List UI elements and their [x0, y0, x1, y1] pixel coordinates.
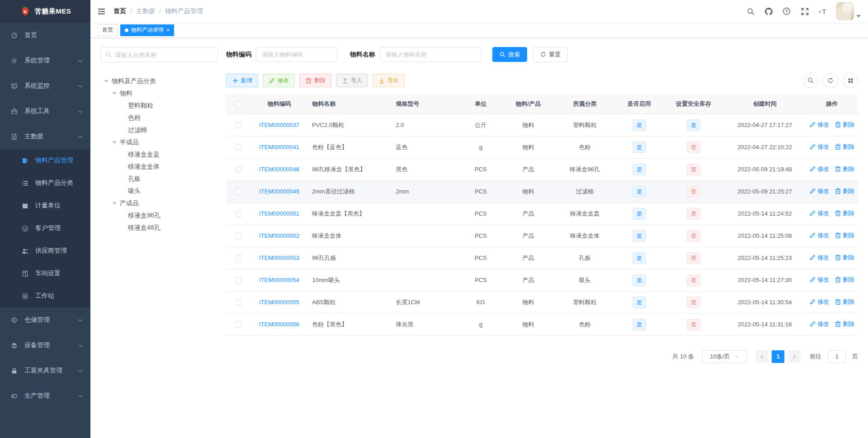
avatar[interactable] — [836, 2, 854, 20]
edit-row-link[interactable]: 修改 — [809, 298, 829, 306]
delete-row-link[interactable]: 删除 — [835, 276, 854, 284]
item-code-link[interactable]: ITEM00000049 — [259, 188, 299, 195]
sidebar-item-物料产品管理[interactable]: 物料产品管理 — [0, 149, 90, 172]
delete-row-link[interactable]: 删除 — [835, 187, 854, 195]
edit-row-link[interactable]: 修改 — [809, 320, 829, 328]
row-checkbox[interactable] — [236, 166, 242, 173]
tree-node-移液盒盒盖[interactable]: 移液盒盒盖 — [100, 148, 218, 160]
tree-node-孔板[interactable]: 孔板 — [100, 173, 218, 185]
reset-button[interactable]: 重置 — [533, 47, 568, 62]
tree-node-移液盒盒体[interactable]: 移液盒盒体 — [100, 160, 218, 173]
row-checkbox[interactable] — [236, 277, 242, 283]
row-checkbox[interactable] — [236, 188, 242, 195]
toggle-search-icon[interactable] — [803, 73, 818, 88]
columns-grid-icon[interactable] — [843, 73, 858, 88]
delete-row-link[interactable]: 删除 — [835, 165, 854, 173]
delete-row-link[interactable]: 删除 — [835, 209, 854, 217]
tree-node-移液盒48孔[interactable]: 移液盒48孔 — [100, 221, 218, 234]
row-checkbox[interactable] — [236, 122, 242, 128]
sidebar-item-主数据[interactable]: 主数据 — [0, 124, 90, 149]
prev-page-button[interactable] — [755, 350, 768, 363]
sidebar-item-设备管理[interactable]: 设备管理 — [0, 333, 90, 358]
tree-expand-caret[interactable] — [112, 202, 117, 205]
delete-row-link[interactable]: 删除 — [835, 121, 854, 129]
item-code-link[interactable]: ITEM00000053 — [259, 254, 299, 261]
fullscreen-icon[interactable] — [797, 4, 812, 19]
question-icon[interactable]: ? — [779, 4, 794, 19]
sidebar-toggle-icon[interactable] — [98, 8, 105, 15]
item-code-link[interactable]: ITEM00000037 — [259, 122, 299, 128]
新增-button[interactable]: 新增 — [226, 74, 258, 87]
tree-node-物料[interactable]: 物料 — [100, 87, 218, 99]
tree-node-色粉[interactable]: 色粉 — [100, 112, 218, 124]
edit-row-link[interactable]: 修改 — [809, 121, 829, 129]
item-code-link[interactable]: ITEM00000046 — [259, 166, 299, 173]
tree-node-塑料颗粒[interactable]: 塑料颗粒 — [100, 99, 218, 112]
row-checkbox[interactable] — [236, 233, 242, 239]
refresh-icon[interactable] — [823, 73, 838, 88]
delete-row-link[interactable]: 删除 — [835, 320, 854, 328]
sidebar-item-供应商管理[interactable]: 供应商管理 — [0, 240, 90, 262]
导入-button[interactable]: 导入 — [336, 74, 368, 87]
row-checkbox[interactable] — [236, 321, 242, 328]
tab-material-product[interactable]: 物料产品管理 × — [120, 24, 174, 36]
category-search-input[interactable] — [115, 52, 213, 58]
item-code-link[interactable]: ITEM00000041 — [259, 144, 299, 151]
edit-row-link[interactable]: 修改 — [809, 143, 829, 151]
item-code-link[interactable]: ITEM00000056 — [259, 321, 299, 328]
tree-node-移液盒96孔[interactable]: 移液盒96孔 — [100, 209, 218, 221]
sidebar-item-生产管理[interactable]: 生产管理 — [0, 383, 90, 409]
goto-page-input[interactable] — [828, 350, 846, 363]
page-number-1[interactable]: 1 — [772, 350, 784, 363]
delete-row-link[interactable]: 删除 — [835, 143, 854, 151]
item-code-link[interactable]: ITEM00000051 — [259, 210, 299, 217]
sidebar-item-客户管理[interactable]: 客户管理 — [0, 217, 90, 240]
user-menu[interactable] — [836, 2, 861, 20]
item-code-link[interactable]: ITEM00000052 — [259, 232, 299, 239]
edit-row-link[interactable]: 修改 — [809, 276, 829, 284]
delete-row-link[interactable]: 删除 — [835, 254, 854, 262]
edit-row-link[interactable]: 修改 — [809, 209, 829, 217]
修改-button[interactable]: 修改 — [263, 74, 295, 87]
sidebar-item-系统管理[interactable]: 系统管理 — [0, 48, 90, 73]
导出-button[interactable]: 导出 — [373, 74, 405, 87]
material-code-input[interactable] — [256, 47, 337, 62]
sidebar-item-系统工具[interactable]: 系统工具 — [0, 99, 90, 124]
app-logo[interactable]: K 苦糖果MES — [0, 0, 90, 23]
tree-node-过滤棉[interactable]: 过滤棉 — [100, 124, 218, 136]
删除-button[interactable]: 删除 — [299, 74, 331, 87]
tree-expand-caret[interactable] — [112, 92, 117, 95]
sidebar-item-物料产品分类[interactable]: 物料产品分类 — [0, 172, 90, 194]
search-icon[interactable] — [743, 4, 758, 19]
row-checkbox[interactable] — [236, 299, 242, 306]
font-size-icon[interactable]: TT — [815, 4, 830, 19]
edit-row-link[interactable]: 修改 — [809, 187, 829, 195]
sidebar-item-工作站[interactable]: 工作站 — [0, 285, 90, 307]
edit-row-link[interactable]: 修改 — [809, 254, 829, 262]
sidebar-item-计量单位[interactable]: 计量单位 — [0, 194, 90, 217]
row-checkbox[interactable] — [236, 144, 242, 151]
edit-row-link[interactable]: 修改 — [809, 165, 829, 173]
tab-home[interactable]: 首页 — [98, 24, 118, 36]
breadcrumb-home[interactable]: 首页 — [113, 7, 126, 15]
github-icon[interactable] — [761, 4, 776, 19]
sidebar-item-仓储管理[interactable]: 仓储管理 — [0, 307, 90, 333]
sidebar-item-系统监控[interactable]: 系统监控 — [0, 73, 90, 99]
row-checkbox[interactable] — [236, 211, 242, 217]
edit-row-link[interactable]: 修改 — [809, 231, 829, 240]
page-size-select[interactable]: 10条/页 — [702, 350, 747, 363]
sidebar-item-首页[interactable]: 首页 — [0, 23, 90, 48]
close-icon[interactable]: × — [166, 28, 170, 33]
next-page-button[interactable] — [788, 350, 801, 363]
sidebar-item-工装夹具管理[interactable]: 工装夹具管理 — [0, 358, 90, 383]
tree-node-吸头[interactable]: 吸头 — [100, 185, 218, 197]
search-button[interactable]: 搜索 — [492, 47, 527, 62]
row-checkbox[interactable] — [236, 255, 242, 261]
tree-expand-caret[interactable] — [104, 80, 108, 83]
delete-row-link[interactable]: 删除 — [835, 231, 854, 240]
material-name-input[interactable] — [380, 47, 481, 62]
tree-expand-caret[interactable] — [112, 141, 117, 144]
sidebar-item-车间设置[interactable]: 车间设置 — [0, 262, 90, 285]
select-all-checkbox[interactable] — [236, 101, 242, 108]
item-code-link[interactable]: ITEM00000055 — [259, 299, 299, 306]
